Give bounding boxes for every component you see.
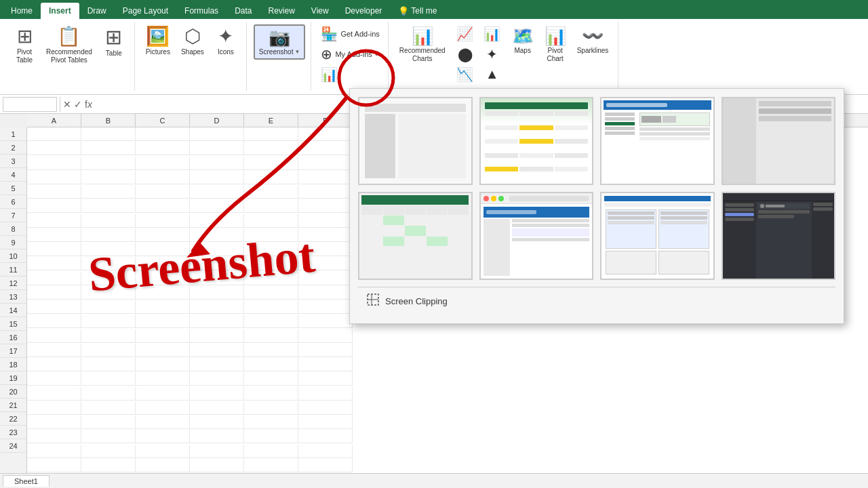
cell-a9[interactable] xyxy=(27,243,81,256)
cell-b16[interactable] xyxy=(81,344,136,357)
tab-formulas[interactable]: Formulas xyxy=(176,3,226,19)
cell-e18[interactable] xyxy=(244,372,298,386)
cell-d2[interactable] xyxy=(190,142,244,155)
tab-tell-me[interactable]: 💡 Tell me xyxy=(390,3,445,19)
cell-d5[interactable] xyxy=(190,185,244,199)
cell-d12[interactable] xyxy=(190,286,244,300)
line-chart-button[interactable]: 📉 xyxy=(452,65,478,84)
cell-d1[interactable] xyxy=(190,127,244,141)
cell-a21[interactable] xyxy=(27,415,81,429)
cell-c16[interactable] xyxy=(136,344,190,357)
cell-a22[interactable] xyxy=(27,430,81,443)
cell-d16[interactable] xyxy=(190,344,244,357)
thumbnail-8[interactable] xyxy=(722,192,836,280)
tab-insert[interactable]: Insert xyxy=(41,3,79,19)
cell-e5[interactable] xyxy=(244,185,298,199)
cell-a7[interactable] xyxy=(27,214,81,228)
my-addins-button[interactable]: ⊕ My Add-ins ▾ xyxy=(318,45,380,64)
cell-c2[interactable] xyxy=(136,142,190,155)
cell-b10[interactable] xyxy=(81,257,136,270)
cell-f1[interactable] xyxy=(298,127,353,141)
pivot-table-button[interactable]: ⊞ PivotTable xyxy=(9,24,39,67)
cell-f19[interactable] xyxy=(298,387,353,401)
cell-e20[interactable] xyxy=(244,401,298,415)
sheet-tab-1[interactable]: Sheet1 xyxy=(3,475,50,487)
cell-a18[interactable] xyxy=(27,372,81,386)
column-chart-button[interactable]: 📊 xyxy=(479,24,505,43)
cell-f6[interactable] xyxy=(298,199,353,213)
cell-f13[interactable] xyxy=(298,300,353,314)
pivot-chart-button[interactable]: 📊 PivotChart xyxy=(540,24,570,66)
cell-b20[interactable] xyxy=(81,401,136,415)
cell-b3[interactable] xyxy=(81,157,136,170)
cell-e11[interactable] xyxy=(244,272,298,285)
cell-c4[interactable] xyxy=(136,171,190,184)
cell-d15[interactable] xyxy=(190,329,244,343)
cell-a2[interactable] xyxy=(27,142,81,155)
cell-a17[interactable] xyxy=(27,358,81,371)
cell-b15[interactable] xyxy=(81,329,136,343)
cell-b19[interactable] xyxy=(81,387,136,401)
cell-d13[interactable] xyxy=(190,300,244,314)
cell-d21[interactable] xyxy=(190,415,244,429)
cell-c15[interactable] xyxy=(136,329,190,343)
cell-e15[interactable] xyxy=(244,329,298,343)
cell-f2[interactable] xyxy=(298,142,353,155)
cell-f9[interactable] xyxy=(298,243,353,256)
excel-addin-button[interactable]: 📊 xyxy=(318,65,344,84)
cell-a13[interactable] xyxy=(27,300,81,314)
cell-b17[interactable] xyxy=(81,358,136,371)
cell-b11[interactable] xyxy=(81,272,136,285)
cell-b13[interactable] xyxy=(81,300,136,314)
cell-f17[interactable] xyxy=(298,358,353,371)
formula-cancel-icon[interactable]: ✕ xyxy=(63,99,71,110)
cell-e24[interactable] xyxy=(244,459,298,472)
area-chart-button[interactable]: ▲ xyxy=(479,65,505,84)
cell-f16[interactable] xyxy=(298,344,353,357)
icons-button[interactable]: ✦ Icons xyxy=(211,24,241,58)
cell-f12[interactable] xyxy=(298,286,353,300)
cell-f8[interactable] xyxy=(298,228,353,242)
cell-d18[interactable] xyxy=(190,372,244,386)
cell-d14[interactable] xyxy=(190,314,244,328)
cell-d10[interactable] xyxy=(190,257,244,270)
cell-e6[interactable] xyxy=(244,199,298,213)
cell-a20[interactable] xyxy=(27,401,81,415)
cell-b14[interactable] xyxy=(81,314,136,328)
recommended-charts-button[interactable]: 📊 RecommendedCharts xyxy=(395,24,450,66)
cell-a6[interactable] xyxy=(27,199,81,213)
cell-e8[interactable] xyxy=(244,228,298,242)
cell-b21[interactable] xyxy=(81,415,136,429)
cell-c11[interactable] xyxy=(136,272,190,285)
cell-e17[interactable] xyxy=(244,358,298,371)
tab-data[interactable]: Data xyxy=(226,3,260,19)
cell-a19[interactable] xyxy=(27,387,81,401)
cell-b23[interactable] xyxy=(81,445,136,458)
cell-e19[interactable] xyxy=(244,387,298,401)
bar-chart-button[interactable]: 📈 xyxy=(452,24,478,43)
cell-d23[interactable] xyxy=(190,445,244,458)
cell-d22[interactable] xyxy=(190,430,244,443)
thumbnail-5[interactable] xyxy=(358,192,473,280)
cell-f11[interactable] xyxy=(298,272,353,285)
cell-e13[interactable] xyxy=(244,300,298,314)
cell-b24[interactable] xyxy=(81,459,136,472)
tab-review[interactable]: Review xyxy=(260,3,302,19)
cell-e14[interactable] xyxy=(244,314,298,328)
tab-draw[interactable]: Draw xyxy=(79,3,115,19)
tab-developer[interactable]: Developer xyxy=(337,3,391,19)
thumbnail-3[interactable] xyxy=(600,97,715,185)
thumbnail-4[interactable] xyxy=(722,97,836,185)
thumbnail-2[interactable] xyxy=(479,97,594,185)
cell-c24[interactable] xyxy=(136,459,190,472)
cell-e21[interactable] xyxy=(244,415,298,429)
cell-c18[interactable] xyxy=(136,372,190,386)
cell-d9[interactable] xyxy=(190,243,244,256)
cell-d6[interactable] xyxy=(190,199,244,213)
cell-d11[interactable] xyxy=(190,272,244,285)
recommended-pivot-button[interactable]: 📋 RecommendedPivot Tables xyxy=(42,24,96,67)
cell-c17[interactable] xyxy=(136,358,190,371)
thumbnail-1[interactable] xyxy=(358,97,473,185)
cell-f3[interactable] xyxy=(298,157,353,170)
cell-f20[interactable] xyxy=(298,401,353,415)
